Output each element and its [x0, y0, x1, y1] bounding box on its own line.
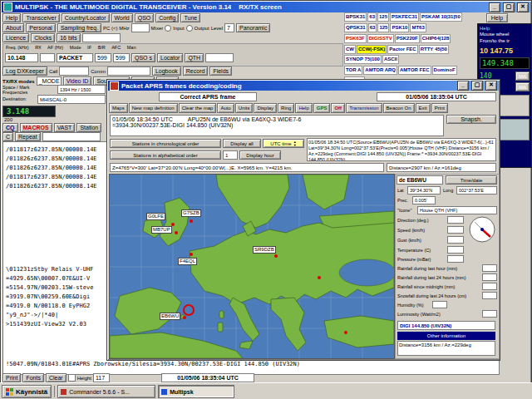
display-all-button[interactable]: Display all [223, 139, 261, 148]
aprs-toolbar-button[interactable]: Exit [416, 103, 431, 113]
mode-button[interactable]: PSK10 [390, 23, 409, 32]
station-dot[interactable] [183, 316, 186, 319]
menu-button[interactable]: Help [2, 13, 21, 22]
call-field[interactable] [59, 66, 89, 76]
aprs-toolbar-button[interactable]: Maps [109, 103, 128, 113]
display-hour-button[interactable]: Display hour [239, 150, 281, 160]
mode-button[interactable]: MT63 [410, 23, 426, 32]
rst-sent-field[interactable]: 599 [95, 53, 111, 62]
mode-button[interactable]: CHIP64|128 [421, 34, 451, 43]
menu-button[interactable]: Transceiver [22, 13, 59, 22]
mode-button[interactable]: AMTOR FEC [398, 66, 431, 75]
station-dot[interactable] [274, 254, 278, 258]
fields-button[interactable]: Fields [209, 66, 232, 76]
aprs-toolbar-button[interactable]: Print [431, 103, 448, 113]
trx-help-link[interactable]: Help [478, 24, 531, 31]
aprs-toolbar-button[interactable]: Clear the map [179, 103, 217, 113]
output-radio[interactable] [186, 25, 193, 32]
aprs-toolbar-button[interactable]: Auto [217, 103, 234, 113]
mode-button[interactable]: BPSK31 [344, 12, 367, 22]
sampling-freq-button[interactable]: Sampling freq. [57, 23, 101, 32]
qso-button[interactable]: QSO s [131, 53, 155, 62]
about-button[interactable]: About [2, 23, 24, 32]
station-dot[interactable] [344, 331, 347, 334]
mode-button[interactable]: CCW(-FSK) [357, 45, 387, 54]
logbook-button[interactable]: Logbook [152, 66, 181, 76]
c-button[interactable]: C [2, 132, 13, 141]
snapshot-button[interactable]: Snapsh. [446, 115, 496, 124]
clear-button[interactable]: Clear [46, 373, 66, 382]
maximize-icon[interactable]: ▢ [503, 2, 515, 12]
aprs-toolbar-button[interactable]: GPS [313, 103, 331, 113]
menu-button[interactable]: World [111, 13, 133, 22]
af-field[interactable] [40, 53, 55, 62]
maximize-icon[interactable]: ▢ [471, 81, 483, 91]
mode-button[interactable]: Pactor FEC [387, 45, 417, 54]
aprs-toolbar-button[interactable]: New map definition [129, 103, 178, 113]
mode-button[interactable]: ASCII [382, 55, 399, 64]
mode-button[interactable]: AMTOR ARQ [363, 66, 397, 75]
utc-time-button[interactable]: UTC time ▲▼ [263, 139, 304, 148]
mode-button[interactable]: DIGISSTV [367, 34, 394, 43]
mode-button[interactable]: DominoF [432, 66, 457, 75]
licence-button[interactable]: Licence [2, 33, 29, 42]
aprs-toolbar-button[interactable]: Display [254, 103, 277, 113]
mode-button[interactable]: 63 [368, 23, 377, 32]
input-radio[interactable] [165, 25, 171, 32]
stations-chrono-button[interactable]: Stations in chronological order [110, 139, 221, 148]
spinner-icon[interactable]: ▲▼ [293, 140, 297, 147]
macro-field[interactable] [42, 132, 101, 141]
pc-mhz-field[interactable] [131, 23, 150, 32]
station-dot[interactable] [190, 253, 193, 256]
europe-map[interactable]: G0LFEG7SZBMB7UPF4EQLEB6WUSR9DZB [109, 174, 395, 359]
clocks-button[interactable]: Clocks [31, 33, 55, 42]
destination-field[interactable]: MHISCAL-0 [37, 95, 106, 104]
trx-ma-button-2[interactable]: MA [515, 82, 530, 91]
mode-button[interactable]: PSK220F [395, 34, 420, 43]
panoramic-button[interactable]: Panoramic [236, 23, 270, 32]
mode-button[interactable]: PSKAM 10|31|50 [420, 12, 462, 22]
vast-button[interactable]: VAST [54, 123, 76, 132]
menu-button[interactable]: Country/Locator [62, 13, 110, 22]
macros-button[interactable]: MACROS [20, 123, 52, 132]
start-button[interactable]: Käynnistä [2, 385, 52, 398]
aprs-toolbar-button[interactable]: Transmission [346, 103, 382, 113]
time-date-button[interactable]: Time/date [446, 175, 497, 185]
menu-button[interactable]: Config [155, 13, 179, 22]
mode-button[interactable]: CW [344, 45, 356, 54]
aprs-toolbar-button[interactable]: Beacon On [383, 103, 415, 113]
bits-button[interactable]: 16 bits [57, 33, 81, 42]
menu-button[interactable]: QSO [135, 13, 155, 22]
station-marker-label[interactable]: F4EQL [178, 258, 197, 265]
locator-button[interactable]: Locator [157, 53, 183, 62]
station-dot[interactable] [190, 219, 193, 223]
record-button[interactable]: Record [183, 66, 209, 76]
print-button[interactable]: Print [2, 373, 21, 382]
mode-button[interactable]: TOR A [344, 66, 362, 75]
aprs-toolbar-button[interactable]: Off [331, 103, 345, 113]
level-field[interactable]: 7 [224, 23, 234, 32]
repeat-button[interactable]: Repeat [15, 132, 41, 141]
minimize-icon[interactable]: _ [489, 2, 500, 12]
minimize-icon[interactable]: _ [457, 81, 469, 91]
mode-button[interactable]: PSKFEC31 [390, 12, 419, 22]
personal-button[interactable]: Personal [26, 23, 56, 32]
mode-button[interactable]: 125 [377, 12, 389, 22]
mode-button[interactable]: 125 [377, 23, 389, 32]
task-commander[interactable]: Commander 5.6.6 - S... [57, 385, 155, 398]
mode-button[interactable]: QPSK31 [344, 23, 367, 32]
task-multipsk[interactable]: Multipsk [158, 385, 234, 398]
station-dot[interactable] [318, 276, 321, 279]
aprs-toolbar-button[interactable]: Help [295, 103, 312, 113]
station-marker-label[interactable]: G7SZB [181, 209, 201, 217]
help-right-button[interactable]: Help [486, 13, 508, 22]
log-dxkeeper-button[interactable]: Log DXKeeper [2, 66, 47, 76]
bottom-checkbox[interactable] [68, 374, 76, 382]
station-button[interactable]: Station [76, 123, 101, 132]
bits-field[interactable] [82, 33, 121, 42]
station-marker-label[interactable]: G0LFE [146, 213, 165, 220]
aprs-toolbar-button[interactable]: Units [235, 103, 254, 113]
mode-button[interactable]: 63 [367, 12, 377, 22]
menu-button[interactable]: Tune [180, 13, 200, 22]
station-marker-label[interactable]: MB7UP [151, 226, 172, 234]
